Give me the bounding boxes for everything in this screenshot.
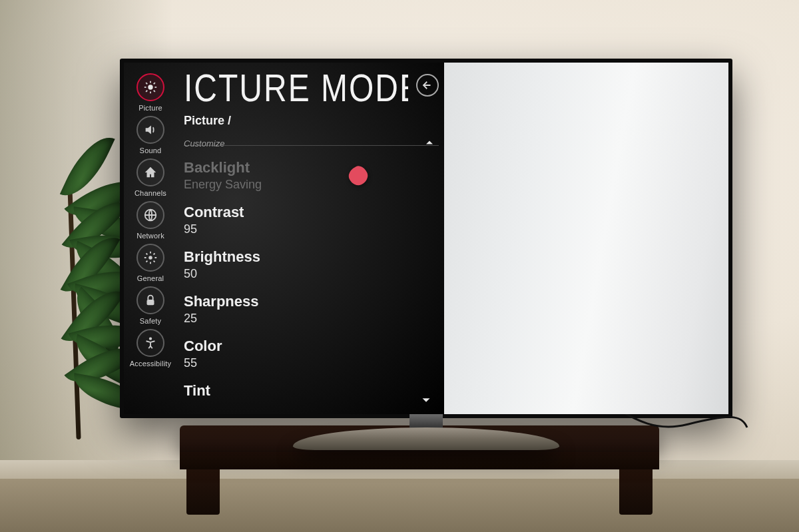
sidebar-item-accessibility[interactable]: Accessibility — [130, 329, 172, 368]
svg-line-5 — [146, 83, 147, 84]
sidebar-item-sound[interactable]: Sound — [136, 116, 164, 154]
setting-value: 25 — [184, 312, 439, 326]
channels-icon — [136, 158, 164, 186]
sidebar-item-safety[interactable]: Safety — [136, 286, 164, 325]
svg-rect-11 — [147, 300, 154, 305]
sidebar-item-label: Safety — [140, 317, 161, 325]
setting-contrast[interactable]: Contrast95 — [184, 204, 439, 236]
tv-screen: PictureSoundChannelsNetworkGeneralSafety… — [124, 63, 728, 414]
section-divider: Customize — [184, 145, 439, 146]
room-background: PictureSoundChannelsNetworkGeneralSafety… — [0, 0, 799, 532]
breadcrumb: Picture / — [184, 114, 439, 128]
setting-value: 95 — [184, 222, 439, 236]
safety-icon — [136, 286, 164, 314]
setting-value: 55 — [184, 356, 439, 370]
setting-name: Sharpness — [184, 293, 439, 310]
section-label: Customize — [184, 138, 230, 148]
network-icon — [136, 201, 164, 229]
back-button[interactable] — [416, 74, 439, 97]
sidebar-item-label: Accessibility — [130, 360, 172, 368]
setting-value: 50 — [184, 267, 439, 281]
settings-main: ICTURE MODE S Picture / Customize Backli… — [184, 67, 439, 410]
tv: PictureSoundChannelsNetworkGeneralSafety… — [120, 59, 732, 418]
setting-sharpness[interactable]: Sharpness25 — [184, 293, 439, 326]
picture-icon — [136, 73, 164, 101]
svg-line-7 — [146, 91, 147, 92]
test-pattern — [444, 63, 728, 414]
sidebar-item-label: Channels — [134, 189, 166, 197]
svg-point-10 — [148, 256, 152, 260]
setting-name: Brightness — [184, 248, 439, 266]
back-arrow-icon — [421, 79, 433, 91]
setting-value: Energy Saving — [184, 178, 439, 192]
sidebar-item-label: Network — [136, 232, 164, 240]
chevron-down-icon — [419, 393, 433, 407]
sidebar-item-label: General — [137, 274, 164, 282]
setting-color[interactable]: Color55 — [184, 338, 439, 370]
setting-name: Tint — [184, 382, 439, 399]
setting-name: Backlight — [184, 159, 439, 176]
settings-panel: PictureSoundChannelsNetworkGeneralSafety… — [124, 63, 444, 414]
svg-point-0 — [148, 85, 152, 89]
chevron-up-icon — [423, 136, 436, 149]
settings-list: BacklightEnergy SavingContrast95Brightne… — [184, 159, 439, 401]
sidebar-item-label: Picture — [138, 104, 162, 112]
settings-sidebar: PictureSoundChannelsNetworkGeneralSafety… — [124, 68, 177, 409]
setting-backlight: BacklightEnergy Saving — [184, 159, 439, 192]
general-icon — [136, 244, 164, 272]
sound-icon — [136, 116, 164, 144]
sidebar-item-channels[interactable]: Channels — [134, 158, 166, 197]
setting-name: Color — [184, 338, 439, 355]
svg-line-6 — [154, 91, 155, 92]
sidebar-item-general[interactable]: General — [136, 244, 164, 282]
scroll-down-button[interactable] — [419, 393, 433, 407]
sidebar-item-picture[interactable]: Picture — [136, 73, 164, 112]
setting-tint[interactable]: Tint — [184, 382, 439, 401]
accessibility-icon — [136, 329, 164, 357]
setting-name: Contrast — [184, 204, 439, 221]
svg-line-8 — [154, 83, 155, 84]
setting-brightness[interactable]: Brightness50 — [184, 248, 439, 281]
svg-point-12 — [149, 337, 152, 340]
page-title: ICTURE MODE S — [184, 67, 408, 110]
sidebar-item-label: Sound — [140, 146, 162, 154]
sidebar-item-network[interactable]: Network — [136, 201, 164, 240]
section-collapse-button[interactable] — [423, 136, 436, 149]
